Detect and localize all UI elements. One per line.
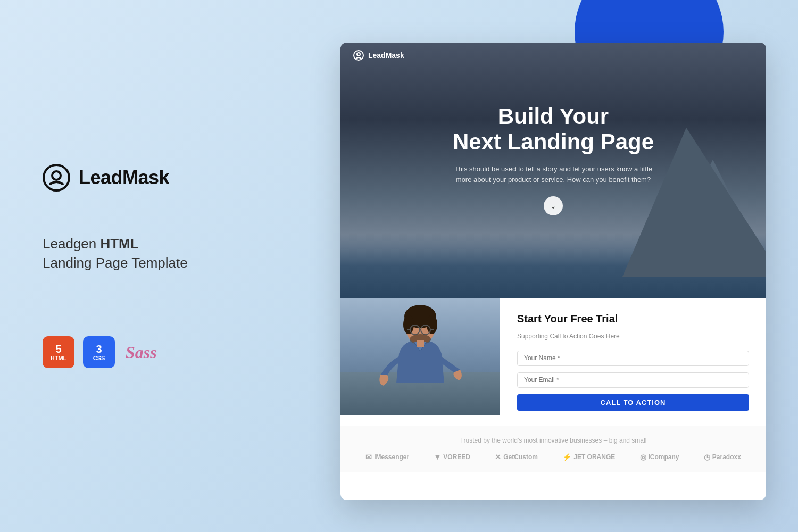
tech-badges: 5 HTML 3 CSS Sass <box>43 336 213 368</box>
html5-badge: 5 HTML <box>43 336 74 368</box>
form-title: Start Your Free Trial <box>517 313 749 325</box>
imessenger-label: iMessenger <box>374 453 409 461</box>
lead-form: Start Your Free Trial Supporting Call to… <box>500 298 766 426</box>
brand-name: LeadMask <box>79 167 169 189</box>
leadmask-logo-icon <box>43 164 70 192</box>
logo-getcustom: ✕ GetCustom <box>495 453 538 461</box>
tagline-line2: Landing Page Template <box>43 255 188 271</box>
preview-nav-logo: LeadMask <box>353 50 404 61</box>
tagline-bold: HTML <box>100 236 138 252</box>
preview-hero: LeadMask Build Your Next Landing Page Th… <box>340 43 766 298</box>
trusted-label: Trusted by the world's most innovative b… <box>353 437 753 444</box>
svg-point-0 <box>44 165 69 190</box>
sass-label: Sass <box>126 343 157 362</box>
hero-title-line1: Build Your <box>498 104 609 129</box>
getcustom-label: GetCustom <box>503 453 538 461</box>
left-panel: LeadMask Leadgen HTMLLanding Page Templa… <box>0 0 245 532</box>
html5-label: HTML <box>51 355 67 361</box>
logo-icompany: ◎ iCompany <box>640 453 679 461</box>
svg-point-9 <box>427 315 437 334</box>
tagline: Leadgen HTMLLanding Page Template <box>43 234 213 273</box>
voreed-label: VOREED <box>443 453 470 461</box>
logo-jet-orange: ⚡ JET ORANGE <box>562 453 615 461</box>
form-subtitle: Supporting Call to Action Goes Here <box>517 332 749 340</box>
paradoxx-label: Paradoxx <box>712 453 741 461</box>
trusted-section: Trusted by the world's most innovative b… <box>340 426 766 472</box>
voreed-icon: ▼ <box>434 453 441 461</box>
tagline-text: Leadgen HTMLLanding Page Template <box>43 236 188 271</box>
css3-label: CSS <box>93 355 105 361</box>
getcustom-icon: ✕ <box>495 453 501 461</box>
svg-point-8 <box>403 315 414 334</box>
sass-badge: Sass <box>123 338 159 367</box>
logo-voreed: ▼ VOREED <box>434 453 470 461</box>
jet-orange-icon: ⚡ <box>562 453 571 461</box>
preview-form-section: Start Your Free Trial Supporting Call to… <box>340 298 766 426</box>
icompany-label: iCompany <box>649 453 679 461</box>
svg-rect-16 <box>417 340 424 347</box>
hero-content: Build Your Next Landing Page This should… <box>362 104 745 215</box>
preview-nav: LeadMask <box>340 43 766 68</box>
svg-point-1 <box>52 171 61 180</box>
imessenger-icon: ✉ <box>365 453 372 461</box>
scroll-down-button[interactable]: ⌄ <box>544 196 563 215</box>
hero-title-line2: Next Landing Page <box>453 129 654 154</box>
icompany-icon: ◎ <box>640 453 646 461</box>
svg-point-3 <box>357 53 360 56</box>
css3-badge: 3 CSS <box>83 336 115 368</box>
html5-number: 5 <box>55 343 61 355</box>
logo-paradoxx: ◷ Paradoxx <box>704 453 741 461</box>
logo-imessenger: ✉ iMessenger <box>365 453 409 461</box>
hero-title: Build Your Next Landing Page <box>362 104 745 155</box>
css3-number: 3 <box>96 343 102 355</box>
nav-brand-name: LeadMask <box>368 51 404 60</box>
trusted-logos-row: ✉ iMessenger ▼ VOREED ✕ GetCustom ⚡ JET … <box>353 453 753 461</box>
chevron-down-icon: ⌄ <box>550 202 556 210</box>
hero-subtitle: This should be used to tell a story and … <box>452 164 654 186</box>
jet-orange-label: JET ORANGE <box>573 453 615 461</box>
name-input[interactable] <box>517 351 749 366</box>
paradoxx-icon: ◷ <box>704 453 710 461</box>
preview-card: LeadMask Build Your Next Landing Page Th… <box>340 43 766 500</box>
cta-button[interactable]: CALL TO ACTION <box>517 394 749 411</box>
nav-logo-icon <box>353 50 364 61</box>
brand-logo: LeadMask <box>43 164 213 192</box>
email-input[interactable] <box>517 372 749 388</box>
